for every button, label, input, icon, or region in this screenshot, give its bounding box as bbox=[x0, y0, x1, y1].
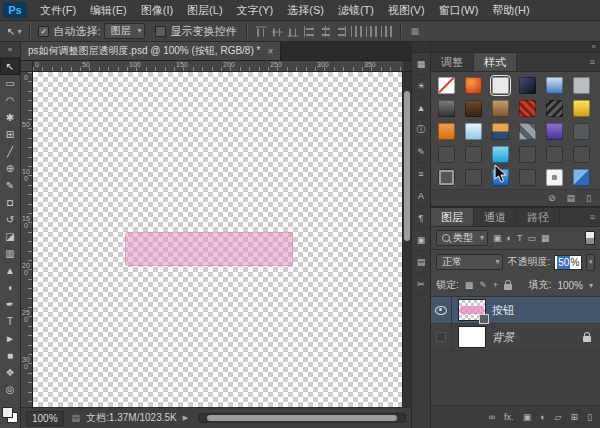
link-layers-icon[interactable]: ∞ bbox=[489, 412, 495, 422]
style-swatch[interactable] bbox=[573, 169, 590, 186]
style-swatch-selected[interactable] bbox=[492, 77, 509, 94]
panel-paragraph-icon[interactable]: ¶ bbox=[412, 207, 430, 229]
layer-filter-dropdown[interactable]: 类型 bbox=[436, 230, 488, 246]
panel-info-icon[interactable]: ⓘ bbox=[412, 119, 430, 141]
panel-color-icon[interactable]: ☀ bbox=[412, 75, 430, 97]
style-swatch[interactable] bbox=[573, 100, 590, 117]
foreground-color-swatch[interactable] bbox=[3, 408, 12, 417]
auto-select-dropdown[interactable]: 图层 bbox=[104, 23, 145, 39]
layer-row-background[interactable]: 背景 bbox=[431, 324, 600, 351]
lock-all-icon[interactable] bbox=[504, 284, 512, 290]
filter-type-layers-icon[interactable]: T bbox=[517, 233, 523, 243]
panel-layer-comps-icon[interactable]: ▣ bbox=[412, 229, 430, 251]
filter-adjustment-layers-icon[interactable]: ◐ bbox=[507, 233, 512, 243]
panel-history-icon[interactable]: ▦ bbox=[412, 53, 430, 75]
style-swatch[interactable] bbox=[465, 100, 482, 117]
filter-shape-layers-icon[interactable]: ▭ bbox=[527, 233, 536, 243]
tab-styles[interactable]: 样式 bbox=[474, 53, 517, 71]
rectangle-tool[interactable]: ■ bbox=[0, 347, 20, 364]
add-layer-mask-icon[interactable]: ▣ bbox=[523, 412, 532, 422]
clear-style-icon[interactable]: ⊘ bbox=[548, 193, 556, 203]
tab-layers[interactable]: 图层 bbox=[431, 208, 474, 226]
delete-layer-icon[interactable]: ▯ bbox=[587, 412, 592, 422]
layer-filter-toggle[interactable] bbox=[585, 231, 595, 245]
blend-mode-dropdown[interactable]: 正常 bbox=[436, 254, 503, 270]
panel-brush-icon[interactable]: ✎ bbox=[412, 141, 430, 163]
style-swatch[interactable] bbox=[546, 146, 563, 163]
new-layer-icon[interactable]: ⊞ bbox=[571, 412, 579, 422]
auto-select-checkbox[interactable] bbox=[38, 26, 49, 37]
visibility-toggle[interactable] bbox=[431, 297, 452, 323]
opacity-dropdown-caret[interactable] bbox=[586, 254, 595, 271]
style-swatch[interactable] bbox=[465, 169, 482, 186]
lasso-tool[interactable]: ◠ bbox=[0, 92, 20, 109]
auto-align-layers-icon[interactable]: ▦ bbox=[410, 26, 419, 36]
style-swatch[interactable] bbox=[546, 123, 563, 140]
button-shape-layer[interactable] bbox=[125, 232, 293, 266]
new-adjustment-layer-icon[interactable]: ◐ bbox=[540, 412, 545, 422]
filter-smart-objects-icon[interactable]: ▦ bbox=[541, 233, 550, 243]
collapse-panels-icon[interactable]: « bbox=[592, 42, 596, 52]
style-swatch[interactable] bbox=[438, 146, 455, 163]
layer-effects-icon[interactable]: fx. bbox=[504, 412, 514, 422]
lock-pixels-icon[interactable]: ✎ bbox=[479, 280, 487, 290]
panel-notes-icon[interactable]: ▤ bbox=[412, 251, 430, 273]
visibility-toggle[interactable] bbox=[431, 324, 452, 350]
menu-item[interactable]: 选择(S) bbox=[280, 3, 331, 18]
horizontal-scrollbar[interactable] bbox=[198, 413, 406, 423]
panel-brush-presets-icon[interactable]: ≡ bbox=[412, 163, 430, 185]
style-swatch[interactable] bbox=[573, 146, 590, 163]
new-group-icon[interactable]: ▱ bbox=[555, 412, 562, 422]
status-expand-icon[interactable]: ▶ bbox=[183, 414, 188, 422]
style-swatch[interactable] bbox=[519, 100, 536, 117]
horizontal-scrollbar-thumb[interactable] bbox=[207, 415, 396, 421]
eyedropper-tool[interactable]: ╱ bbox=[0, 143, 20, 160]
style-swatch[interactable] bbox=[492, 123, 509, 140]
color-swatches[interactable] bbox=[3, 408, 17, 422]
align-top-icon[interactable] bbox=[256, 25, 267, 37]
tab-channels[interactable]: 通道 bbox=[474, 208, 517, 226]
style-swatch[interactable] bbox=[519, 169, 536, 186]
style-swatch[interactable] bbox=[465, 77, 482, 94]
vertical-scrollbar[interactable] bbox=[402, 72, 411, 407]
style-swatch[interactable] bbox=[573, 77, 590, 94]
menu-item[interactable]: 帮助(H) bbox=[485, 3, 536, 18]
menu-item[interactable]: 图层(L) bbox=[180, 3, 229, 18]
lock-position-icon[interactable]: + bbox=[493, 280, 498, 290]
styles-panel-menu-icon[interactable]: ≡ bbox=[585, 53, 600, 71]
panel-character-icon[interactable]: A bbox=[412, 185, 430, 207]
layer-row-button[interactable]: 按钮 bbox=[431, 297, 600, 324]
opacity-field[interactable]: 50 % bbox=[554, 255, 582, 270]
delete-style-icon[interactable]: ▯ bbox=[586, 193, 591, 203]
tab-paths[interactable]: 路径 bbox=[517, 208, 560, 226]
menu-item[interactable]: 图像(I) bbox=[134, 3, 180, 18]
layer-thumbnail[interactable] bbox=[459, 300, 485, 320]
align-left-icon[interactable] bbox=[303, 26, 315, 37]
menu-item[interactable]: 视图(V) bbox=[381, 3, 432, 18]
style-swatch[interactable] bbox=[519, 123, 536, 140]
style-swatch[interactable] bbox=[519, 77, 536, 94]
canvas[interactable] bbox=[33, 72, 402, 407]
layer-name[interactable]: 背景 bbox=[492, 330, 514, 345]
style-swatch[interactable] bbox=[546, 100, 563, 117]
hand-tool[interactable]: ❖ bbox=[0, 364, 20, 381]
style-swatch[interactable] bbox=[492, 146, 509, 163]
zoom-tool[interactable]: ◎ bbox=[0, 381, 20, 398]
filter-pixel-layers-icon[interactable]: ▣ bbox=[493, 233, 502, 243]
menu-item[interactable]: 滤镜(T) bbox=[331, 3, 381, 18]
type-tool[interactable]: T bbox=[0, 313, 20, 330]
style-swatch[interactable] bbox=[492, 100, 509, 117]
layers-panel-menu-icon[interactable]: ≡ bbox=[585, 208, 600, 226]
distribute-vcenter-icon[interactable] bbox=[366, 26, 377, 37]
style-swatch[interactable] bbox=[438, 169, 455, 186]
distribute-top-icon[interactable] bbox=[351, 26, 362, 37]
path-selection-tool[interactable]: ► bbox=[0, 330, 20, 347]
toolbar-collapse-icon[interactable]: » bbox=[0, 42, 20, 58]
spot-healing-brush-tool[interactable]: ⊕ bbox=[0, 160, 20, 177]
close-document-icon[interactable]: × bbox=[267, 46, 273, 57]
blur-tool[interactable]: ▲ bbox=[0, 262, 20, 279]
dodge-tool[interactable]: ◖ bbox=[0, 279, 20, 296]
style-none-swatch[interactable] bbox=[438, 77, 455, 94]
pen-tool[interactable]: ✒ bbox=[0, 296, 20, 313]
lock-transparency-icon[interactable]: ▩ bbox=[465, 280, 474, 290]
